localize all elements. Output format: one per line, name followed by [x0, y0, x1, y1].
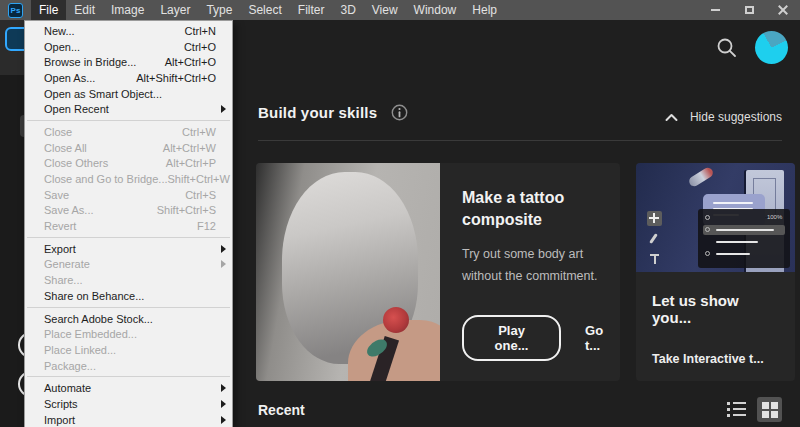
menu-item-shortcut: F12 — [197, 220, 216, 232]
menu-section: Close Ctrl+W Close All Alt+Ctrl+W Close … — [25, 124, 232, 234]
menu-item-shortcut: Alt+Ctrl+W — [163, 142, 216, 154]
interactive-card-title: Let us show you... — [652, 292, 781, 326]
window-controls — [698, 0, 800, 20]
menu-item-package: Package... — [25, 358, 232, 374]
menu-item-label: Search Adobe Stock... — [44, 313, 153, 325]
menu-item-scripts[interactable]: Scripts — [25, 396, 232, 412]
menu-item-label: Generate — [44, 258, 90, 270]
search-icon[interactable] — [714, 36, 740, 62]
submenu-arrow-icon — [221, 400, 226, 408]
bubble-text-line — [713, 202, 753, 204]
menu-separator — [27, 237, 230, 238]
illustration-toolbar — [647, 211, 662, 266]
menubar-file[interactable]: File — [31, 0, 66, 20]
info-icon[interactable] — [391, 104, 408, 121]
menu-item-import[interactable]: Import — [25, 412, 232, 427]
menu-item-shortcut: Alt+Ctrl+P — [166, 157, 216, 169]
menu-bar: File Edit Image Layer Type Select Filter… — [31, 0, 505, 20]
brush-tool-icon — [647, 231, 662, 246]
type-tool-icon — [647, 251, 662, 266]
menubar-window[interactable]: Window — [406, 0, 465, 20]
title-bar: Ps File Edit Image Layer Type Select Fil… — [0, 0, 800, 20]
skills-section-title: Build your skills — [258, 104, 377, 121]
menu-item-place-linked: Place Linked... — [25, 342, 232, 358]
play-one-button[interactable]: Play one... — [462, 315, 561, 361]
menubar-3d[interactable]: 3D — [332, 0, 363, 20]
tutorial-card-tattoo[interactable]: Make a tattoo composite Try out some bod… — [256, 163, 620, 381]
menubar-help[interactable]: Help — [464, 0, 505, 20]
eye-icon — [705, 215, 710, 220]
submenu-arrow-icon — [221, 260, 226, 268]
menu-item-label: Open as Smart Object... — [44, 88, 162, 100]
user-avatar[interactable] — [755, 31, 788, 64]
menu-item-browse-in-bridge[interactable]: Browse in Bridge... Alt+Ctrl+O — [25, 54, 232, 70]
zoom-percent-label: 100% — [767, 214, 782, 220]
menu-separator — [27, 307, 230, 308]
menu-item-label: Place Embedded... — [44, 328, 137, 340]
menu-item-label: Automate — [44, 382, 91, 394]
eye-icon — [705, 227, 710, 232]
menu-item-share: Share... — [25, 272, 232, 288]
slider-line — [716, 229, 774, 231]
menu-item-label: Open Recent — [44, 103, 109, 115]
menu-item-label: Revert — [44, 220, 76, 232]
menubar-layer[interactable]: Layer — [152, 0, 198, 20]
menu-item-export[interactable]: Export — [25, 241, 232, 257]
menubar-select[interactable]: Select — [240, 0, 289, 20]
menu-item-label: Save — [44, 189, 69, 201]
menubar-view[interactable]: View — [364, 0, 406, 20]
chevron-up-icon — [665, 113, 678, 122]
menu-item-shortcut: Alt+Shift+Ctrl+O — [136, 72, 216, 84]
menu-item-shortcut: Ctrl+W — [182, 126, 216, 138]
illustration-rocket-shape — [688, 166, 715, 188]
menu-item-shortcut: Alt+Ctrl+O — [165, 56, 216, 68]
minimize-button[interactable] — [698, 0, 732, 20]
maximize-button[interactable] — [732, 0, 766, 20]
menu-item-label: Open As... — [44, 72, 95, 84]
menu-item-search-adobe-stock[interactable]: Search Adobe Stock... — [25, 311, 232, 327]
menu-item-close-all: Close All Alt+Ctrl+W — [25, 140, 232, 156]
submenu-arrow-icon — [221, 105, 226, 113]
menu-item-open-as-smart-object[interactable]: Open as Smart Object... — [25, 86, 232, 102]
menu-item-revert: Revert F12 — [25, 218, 232, 234]
photoshop-app-icon[interactable]: Ps — [8, 3, 23, 18]
slider-line — [716, 253, 750, 255]
menu-item-shortcut: Ctrl+S — [185, 189, 216, 201]
menu-item-automate[interactable]: Automate — [25, 380, 232, 396]
menu-item-label: Close and Go to Bridge... — [44, 173, 168, 185]
tutorial-card-illustration: 100% — [636, 163, 795, 272]
close-button[interactable] — [766, 0, 800, 20]
go-to-link[interactable]: Go t... — [585, 323, 620, 353]
menu-item-share-on-behance[interactable]: Share on Behance... — [25, 288, 232, 304]
menu-item-new[interactable]: New... Ctrl+N — [25, 23, 232, 39]
submenu-arrow-icon — [221, 245, 226, 253]
menu-item-open-recent[interactable]: Open Recent — [25, 101, 232, 117]
menu-item-label: Open... — [44, 41, 80, 53]
tutorial-card-interactive[interactable]: 100% Let us show you... Take Interactive… — [636, 163, 795, 381]
menu-section: Export Generate Share... Share on Behanc… — [25, 241, 232, 304]
menu-item-label: Import — [44, 414, 75, 426]
photoshop-window: Build your skills Hide suggestions — [0, 0, 800, 427]
menu-item-shortcut: Ctrl+O — [184, 41, 216, 53]
menu-separator — [27, 376, 230, 377]
tattoo-card-title: Make a tattoo composite — [462, 187, 592, 230]
menubar-type[interactable]: Type — [198, 0, 240, 20]
menu-item-label: Close All — [44, 142, 87, 154]
slider-line — [716, 241, 758, 243]
menu-item-place-embedded: Place Embedded... — [25, 326, 232, 342]
menu-item-shortcut: Shift+Ctrl+S — [157, 204, 216, 216]
menu-item-label: Save As... — [44, 204, 94, 216]
menu-item-label: Close Others — [44, 157, 108, 169]
grid-view-icon[interactable] — [757, 397, 782, 422]
take-interactive-tour-link[interactable]: Take Interactive t... — [652, 352, 781, 366]
menubar-filter[interactable]: Filter — [290, 0, 333, 20]
menubar-image[interactable]: Image — [103, 0, 152, 20]
hide-suggestions-toggle[interactable]: Hide suggestions — [665, 110, 782, 124]
menu-section: Search Adobe Stock... Place Embedded... … — [25, 311, 232, 374]
menu-item-open[interactable]: Open... Ctrl+O — [25, 39, 232, 55]
menu-item-close-others: Close Others Alt+Ctrl+P — [25, 156, 232, 172]
menu-item-open-as[interactable]: Open As... Alt+Shift+Ctrl+O — [25, 70, 232, 86]
menu-item-save: Save Ctrl+S — [25, 187, 232, 203]
list-view-icon[interactable] — [727, 401, 747, 419]
menubar-edit[interactable]: Edit — [66, 0, 103, 20]
